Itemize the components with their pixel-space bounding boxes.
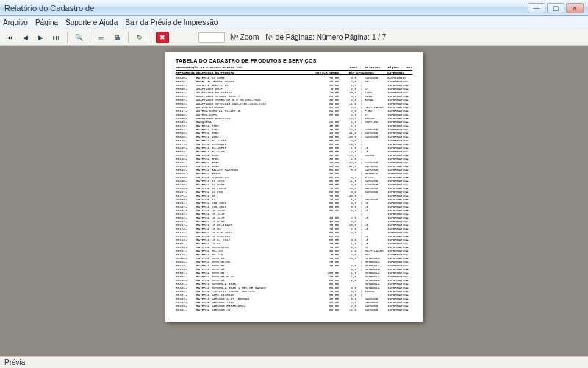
hdr-desc: DESCRICAO DO PRODUTO xyxy=(196,71,311,74)
report-title: TABELA DO CADASTRO DE PRODUTOS E SERVIÇO… xyxy=(176,59,412,63)
zoom-tool-button[interactable]: 🔍 xyxy=(72,32,85,43)
report-body: 00448-BATERIA J2 CORE78,008,0SAMSUNGACES… xyxy=(176,76,412,311)
preview-workspace[interactable]: TABELA DO CADASTRO DE PRODUTOS E SERVIÇO… xyxy=(0,46,588,356)
separator xyxy=(151,32,151,43)
hdr-atual: ATUAL xyxy=(356,71,362,74)
status-text: Prévia xyxy=(4,358,25,367)
menu-suporte[interactable]: Suporte e Ajuda xyxy=(65,18,118,26)
toolbar: ⏮ ◀ ▶ ⏭ 🔍 ▭ 🖶 ↻ ✖ Nº Zoom Nº de Páginas:… xyxy=(0,29,588,46)
first-page-button[interactable]: ⏮ xyxy=(3,32,16,43)
hdr-ref: REFERENCIA xyxy=(176,71,196,74)
close-button[interactable]: ✕ xyxy=(566,3,584,13)
menu-sair[interactable]: Sair da Prévia de Impressão xyxy=(125,18,218,26)
hdr-marca: MARCA xyxy=(362,71,387,74)
report-page: TABELA DO CADASTRO DE PRODUTOS E SERVIÇO… xyxy=(165,52,423,322)
minimize-button[interactable]: — xyxy=(528,3,545,13)
hdr-est: EST. xyxy=(339,71,356,74)
table-row: 00481-BATERIA SAMSUNG J580,00-2,0SAMSUNG… xyxy=(176,308,412,311)
close-preview-button[interactable]: ✖ xyxy=(156,32,169,43)
statusbar: Prévia xyxy=(0,356,588,368)
page-num-label: Número Página: xyxy=(317,33,370,41)
pages-label: Nº de Páginas: xyxy=(265,33,314,41)
menubar: Arquivo Página Suporte e Ajuda Sair da P… xyxy=(0,16,588,29)
column-headers: REFERENCIA DESCRICAO DO PRODUTO UNI VLR … xyxy=(176,71,412,76)
prev-page-button[interactable]: ◀ xyxy=(18,32,32,43)
hdr-uni: UNI xyxy=(311,71,321,74)
window-title: Relatório do Cadastro de xyxy=(4,4,94,13)
separator xyxy=(67,32,68,43)
hdr-cat: CATEGORIA xyxy=(387,71,412,74)
window-titlebar: Relatório do Cadastro de — ▢ ✕ xyxy=(0,0,588,16)
print-button[interactable]: 🖶 xyxy=(110,32,123,43)
menu-pagina[interactable]: Página xyxy=(35,18,58,26)
zoom-label: Nº Zoom xyxy=(230,33,259,41)
page-num-value: 1 / 7 xyxy=(372,33,386,41)
zoom-input[interactable] xyxy=(198,32,225,43)
next-page-button[interactable]: ▶ xyxy=(34,32,47,43)
maximize-button[interactable]: ▢ xyxy=(547,3,564,13)
demo-version: DEMONSTRAÇÃO v3.0.311212.010722 >>> xyxy=(176,66,242,69)
hdr-venda: VLR VENDA xyxy=(321,71,339,74)
export-button[interactable]: ↻ xyxy=(133,32,146,43)
separator xyxy=(90,32,90,43)
separator xyxy=(128,32,129,43)
page-setup-button[interactable]: ▭ xyxy=(95,32,108,43)
last-page-button[interactable]: ⏭ xyxy=(49,32,62,43)
report-meta: Data .: 04/08/22 Página .: 001 xyxy=(350,66,412,69)
menu-arquivo[interactable]: Arquivo xyxy=(3,18,28,26)
